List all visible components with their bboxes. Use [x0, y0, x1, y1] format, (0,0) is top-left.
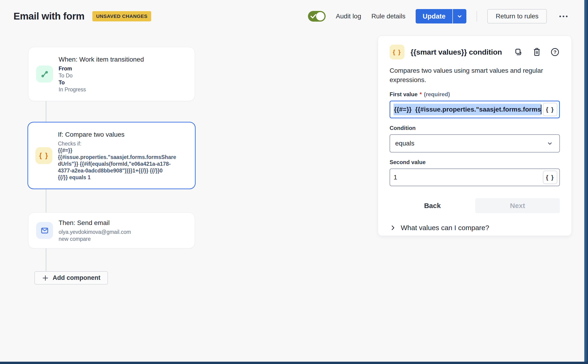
condition-card-text: If: Compare two values Checks if: {{#=}}… [58, 130, 176, 181]
svg-text:?: ? [554, 49, 557, 55]
return-to-rules-button[interactable]: Return to rules [487, 9, 547, 24]
panel-header: { } {{smart values}} condition [390, 45, 560, 59]
condition-label: Condition [390, 125, 416, 131]
email-icon-box [36, 222, 53, 239]
second-value-label: Second value [390, 159, 426, 165]
condition-card-title: If: Compare two values [58, 130, 176, 139]
chevron-down-icon [456, 13, 463, 20]
add-component-button[interactable]: Add component [34, 271, 108, 285]
envelope-icon [40, 226, 50, 235]
rule-enabled-toggle[interactable] [308, 11, 326, 22]
connector-line [46, 101, 46, 122]
what-values-link-label: What values can I compare? [401, 224, 489, 232]
rule-details-link[interactable]: Rule details [371, 13, 405, 20]
chevron-down-icon [546, 140, 553, 147]
first-value-input[interactable]: {{#=}} {{#issue.properties."saasjet.form… [390, 101, 560, 118]
condition-config-panel: { } {{smart values}} condition [378, 36, 572, 236]
first-value-label: First value [390, 91, 417, 98]
delete-button[interactable] [532, 47, 542, 57]
condition-expression: {{#=}} {{#issue.properties."saasjet.form… [58, 147, 176, 181]
page-title: Email with form [13, 11, 85, 22]
connector-line [46, 189, 46, 212]
second-value-label-row: Second value [390, 159, 560, 165]
window-edge-right [584, 0, 588, 364]
header-left: Email with form UNSAVED CHANGES [13, 11, 151, 22]
required-asterisk: * [420, 91, 422, 98]
window-edge-bottom [0, 362, 588, 364]
second-value-text: 1 [394, 174, 543, 181]
braces-icon: { } [393, 49, 401, 56]
trigger-card[interactable]: When: Work item transitioned From To Do … [28, 47, 195, 101]
update-dropdown-button[interactable] [453, 9, 466, 24]
first-value-text: {{#=}} {{#issue.properties."saasjet.form… [394, 104, 541, 115]
text-caret [541, 104, 542, 114]
action-card[interactable]: Then: Send email olya.yevdokimova@gmail.… [28, 212, 195, 248]
dot-icon [559, 16, 561, 17]
action-card-text: Then: Send email olya.yevdokimova@gmail.… [59, 219, 131, 242]
transition-icon [40, 69, 50, 79]
first-value-label-row: First value * (required) [390, 91, 560, 98]
checks-if-label: Checks if: [58, 140, 176, 147]
update-button[interactable]: Update [416, 9, 452, 24]
header-divider [476, 11, 477, 22]
panel-button-row: Back Next [390, 198, 560, 213]
to-label: To [59, 79, 144, 86]
panel-title: {{smart values}} condition [410, 48, 508, 57]
help-button[interactable]: ? [550, 47, 560, 57]
next-button[interactable]: Next [475, 198, 560, 213]
required-hint: (required) [424, 91, 450, 98]
connector-line [46, 248, 46, 271]
question-mark-icon: ? [550, 47, 560, 57]
braces-icon: { } [39, 152, 49, 159]
smart-values-icon-box: { } [390, 45, 404, 59]
audit-log-link[interactable]: Audit log [336, 13, 361, 20]
back-button[interactable]: Back [390, 202, 475, 210]
second-value-input[interactable]: 1 { } [390, 169, 560, 186]
copy-icon [514, 47, 523, 57]
check-icon [310, 14, 316, 19]
dot-icon [563, 16, 564, 17]
more-actions-button[interactable] [557, 12, 570, 20]
email-recipient: olya.yevdokimova@gmail.com [59, 228, 131, 235]
what-values-link[interactable]: What values can I compare? [390, 224, 560, 232]
email-subject: new compare [59, 235, 131, 242]
add-component-label: Add component [53, 274, 100, 281]
duplicate-button[interactable] [514, 47, 524, 57]
panel-actions: ? [514, 47, 560, 57]
automation-rule-editor: Email with form UNSAVED CHANGES Audit lo… [0, 0, 588, 364]
dot-icon [566, 16, 568, 17]
smart-value-picker-button[interactable]: { } [543, 171, 557, 184]
update-split-button: Update [416, 9, 466, 24]
smart-values-icon-box: { } [35, 147, 52, 164]
condition-label-row: Condition [390, 125, 560, 131]
unsaved-changes-badge: UNSAVED CHANGES [92, 11, 151, 21]
panel-description: Compares two values using smart values a… [390, 66, 550, 84]
header-controls: Audit log Rule details Update Return to … [308, 9, 570, 24]
to-value: In Progress [59, 86, 144, 93]
smart-value-picker-button[interactable]: { } [543, 103, 557, 116]
condition-card[interactable]: { } If: Compare two values Checks if: {{… [27, 122, 196, 189]
trigger-card-text: When: Work item transitioned From To Do … [59, 55, 144, 93]
from-value: To Do [59, 72, 144, 79]
toggle-knob [316, 12, 324, 20]
from-label: From [59, 65, 144, 72]
chevron-right-icon [390, 225, 396, 231]
transition-icon-box [36, 65, 53, 83]
condition-selected-value: equals [395, 140, 546, 147]
header: Email with form UNSAVED CHANGES Audit lo… [0, 0, 584, 32]
condition-select[interactable]: equals [390, 134, 560, 152]
trigger-card-title: When: Work item transitioned [59, 55, 144, 64]
trash-icon [532, 47, 542, 57]
action-card-title: Then: Send email [59, 219, 131, 227]
plus-icon [42, 274, 49, 281]
